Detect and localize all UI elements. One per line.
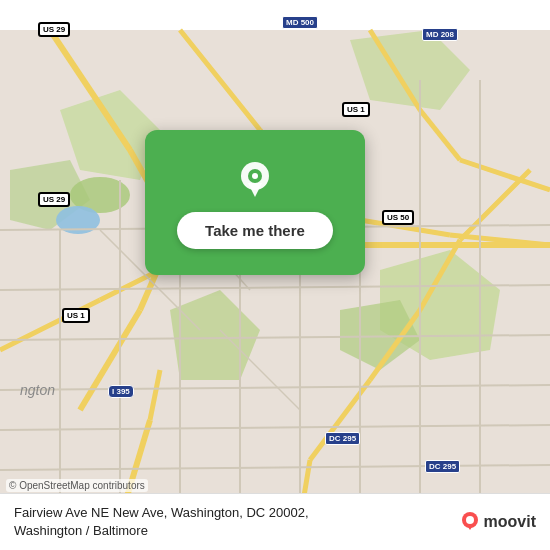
road-sign-us1-mid: US 1 xyxy=(62,308,90,323)
road-sign-us50: US 50 xyxy=(382,210,414,225)
svg-point-53 xyxy=(252,173,258,179)
road-sign-md208: MD 208 xyxy=(422,28,458,41)
svg-marker-51 xyxy=(248,183,262,197)
road-sign-md500: MD 500 xyxy=(282,16,318,29)
svg-text:ngton: ngton xyxy=(20,382,55,398)
road-sign-us1-top: US 1 xyxy=(342,102,370,117)
attribution: © OpenStreetMap contributors xyxy=(6,479,148,492)
road-sign-dc295b: DC 295 xyxy=(425,460,460,473)
map-svg: ngton xyxy=(0,0,550,550)
moovit-logo: moovit xyxy=(458,510,536,534)
location-pin-icon xyxy=(231,156,279,204)
address-line2: Washington / Baltimore xyxy=(14,523,148,538)
address-text: Fairview Ave NE New Ave, Washington, DC … xyxy=(14,504,448,540)
road-sign-i395: I 395 xyxy=(108,385,134,398)
map-container: ngton US 29 MD 500 MD 208 US 1 US 50 US … xyxy=(0,0,550,550)
location-card: Take me there xyxy=(145,130,365,275)
moovit-wordmark: moovit xyxy=(458,510,536,534)
road-sign-us29-top: US 29 xyxy=(38,22,70,37)
address-line1: Fairview Ave NE New Ave, Washington, DC … xyxy=(14,505,309,520)
take-me-there-button[interactable]: Take me there xyxy=(177,212,333,249)
moovit-icon xyxy=(458,510,482,534)
moovit-text: moovit xyxy=(484,513,536,531)
road-sign-dc295: DC 295 xyxy=(325,432,360,445)
bottom-bar: Fairview Ave NE New Ave, Washington, DC … xyxy=(0,493,550,550)
road-sign-us29-mid: US 29 xyxy=(38,192,70,207)
svg-point-55 xyxy=(466,516,474,524)
